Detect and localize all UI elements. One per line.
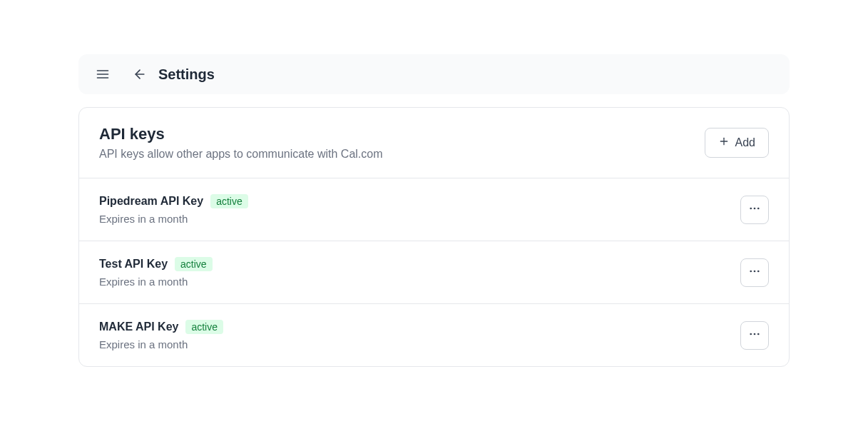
section-title: API keys — [99, 125, 383, 143]
svg-point-7 — [754, 208, 756, 210]
api-key-expires: Expires in a month — [99, 276, 213, 288]
status-badge: active — [210, 194, 248, 208]
svg-point-6 — [750, 208, 752, 210]
add-button[interactable]: Add — [705, 128, 769, 158]
more-button[interactable] — [740, 321, 769, 350]
menu-icon[interactable] — [93, 64, 113, 84]
status-badge: active — [175, 257, 213, 271]
api-keys-card: API keys API keys allow other apps to co… — [78, 107, 790, 367]
api-key-name: MAKE API Key — [99, 321, 178, 333]
api-key-row: Test API Key active Expires in a month — [79, 241, 789, 304]
svg-point-13 — [754, 333, 756, 335]
api-key-name: Test API Key — [99, 258, 168, 271]
svg-point-8 — [757, 208, 760, 210]
plus-icon — [718, 136, 730, 150]
ellipsis-icon — [748, 328, 761, 343]
more-button[interactable] — [740, 258, 769, 287]
api-key-row: Pipedream API Key active Expires in a mo… — [79, 178, 789, 241]
ellipsis-icon — [748, 202, 761, 217]
svg-point-9 — [750, 271, 752, 273]
api-key-name: Pipedream API Key — [99, 195, 203, 208]
api-key-row: MAKE API Key active Expires in a month — [79, 304, 789, 366]
svg-point-10 — [754, 271, 756, 273]
api-key-expires: Expires in a month — [99, 338, 223, 350]
more-button[interactable] — [740, 196, 769, 224]
svg-point-14 — [757, 333, 760, 335]
ellipsis-icon — [748, 265, 761, 280]
page-title: Settings — [158, 66, 215, 83]
status-badge: active — [185, 320, 223, 334]
back-icon[interactable] — [130, 64, 150, 84]
add-button-label: Add — [735, 136, 755, 149]
svg-point-11 — [757, 271, 760, 273]
svg-point-12 — [750, 333, 752, 335]
api-key-expires: Expires in a month — [99, 213, 248, 225]
section-subtitle: API keys allow other apps to communicate… — [99, 148, 383, 161]
topbar: Settings — [78, 54, 790, 94]
card-header: API keys API keys allow other apps to co… — [79, 108, 789, 178]
